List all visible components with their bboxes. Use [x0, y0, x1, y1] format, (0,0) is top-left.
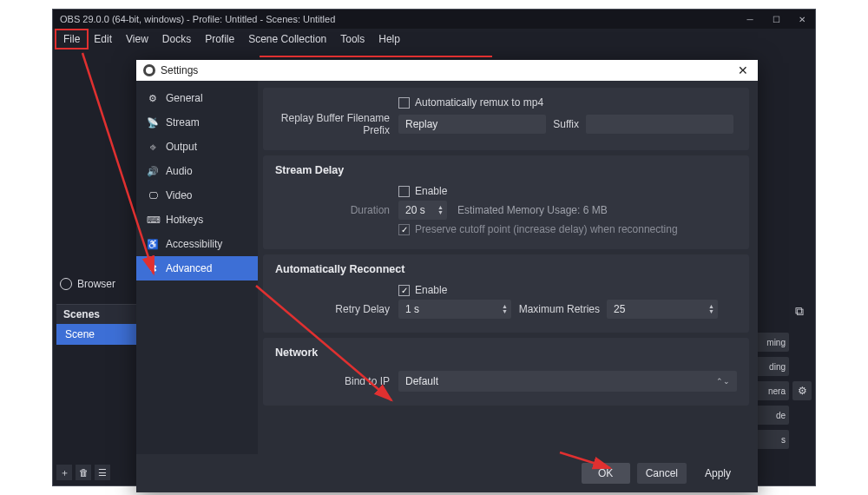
scenes-header: Scenes [56, 304, 136, 324]
antenna-icon: 📡 [147, 117, 159, 129]
start-streaming-button[interactable]: ming [756, 333, 789, 352]
replay-suffix-input[interactable] [586, 115, 733, 134]
dialog-titlebar: Settings ✕ [136, 60, 758, 81]
sidebar-item-label: Audio [166, 165, 193, 177]
replay-prefix-input[interactable] [398, 115, 546, 134]
dock-popout-icon[interactable]: ⧉ [791, 303, 808, 319]
settings-content: Automatically remux to mp4 Replay Buffer… [258, 81, 758, 454]
scene-toolbar: ＋ 🗑 ☰ [56, 465, 110, 480]
max-retries-label: Maximum Retries [511, 303, 607, 315]
sidebar-item-advanced[interactable]: ✖Advanced [136, 256, 258, 280]
menu-profile[interactable]: Profile [198, 30, 241, 48]
duration-value: 20 s [405, 204, 425, 216]
bind-to-ip-select[interactable]: Default ⌃⌄ [398, 371, 737, 392]
preserve-cutoff-label: Preserve cutoff point (increase delay) w… [415, 223, 678, 235]
window-title: OBS 29.0.0 (64-bit, windows) - Profile: … [60, 14, 335, 24]
close-button[interactable]: ✕ [789, 10, 815, 29]
menu-docks[interactable]: Docks [155, 30, 198, 48]
virtual-camera-button[interactable]: nera [756, 381, 789, 400]
auto-reconnect-enable-checkbox[interactable]: ✓ [398, 285, 410, 296]
section-title: Network [275, 346, 737, 359]
bind-to-ip-value: Default [405, 375, 438, 387]
accessibility-icon: ♿ [147, 239, 159, 250]
menu-view[interactable]: View [119, 30, 155, 48]
section-network: Network Bind to IP Default ⌃⌄ [263, 338, 749, 406]
preserve-cutoff-checkbox[interactable]: ✓ [398, 224, 410, 235]
bind-to-ip-label: Bind to IP [275, 375, 398, 387]
sidebar-item-video[interactable]: 🖵Video [136, 183, 258, 208]
obs-logo-icon [143, 64, 155, 76]
sidebar-item-label: Hotkeys [166, 214, 203, 226]
sidebar-item-general[interactable]: ⚙General [136, 86, 258, 110]
settings-button[interactable]: s [756, 430, 789, 449]
dialog-footer: OK Cancel Apply [136, 454, 758, 492]
duration-label: Duration [275, 204, 398, 216]
retry-delay-value: 1 s [405, 303, 419, 315]
stream-delay-enable-label: Enable [415, 185, 447, 197]
dock-browser-label: Browser [77, 278, 115, 290]
chevron-down-icon: ⌃⌄ [716, 377, 730, 386]
dialog-close-button[interactable]: ✕ [728, 60, 758, 81]
sidebar-item-label: Stream [166, 116, 200, 129]
max-retries-spinner[interactable]: 25 ▲▼ [607, 300, 718, 319]
settings-dialog: Settings ✕ ⚙General 📡Stream ⎆Output 🔊Aud… [136, 60, 758, 492]
section-title: Stream Delay [275, 164, 737, 176]
duration-spinner[interactable]: 20 s ▲▼ [398, 201, 447, 220]
max-retries-value: 25 [614, 303, 625, 315]
cancel-button[interactable]: Cancel [637, 463, 687, 484]
maximize-button[interactable]: ☐ [763, 10, 789, 29]
main-area: Browser Scenes Scene ＋ 🗑 ☰ ⧉ ming ding n… [53, 50, 815, 485]
obs-main-window: OBS 29.0.0 (64-bit, windows) - Profile: … [52, 9, 816, 486]
menu-scene-collection[interactable]: Scene Collection [241, 30, 333, 48]
menubar: File Edit View Docks Profile Scene Colle… [53, 29, 815, 50]
sidebar-item-label: Video [166, 189, 192, 201]
keyboard-icon: ⌨ [147, 214, 159, 226]
monitor-icon: 🖵 [147, 190, 159, 201]
sidebar-item-label: Output [166, 141, 197, 153]
titlebar: OBS 29.0.0 (64-bit, windows) - Profile: … [53, 10, 815, 29]
menu-edit[interactable]: Edit [87, 30, 119, 48]
virtual-camera-settings-button[interactable]: ⚙ [792, 381, 812, 400]
speaker-icon: 🔊 [147, 166, 159, 177]
studio-mode-button[interactable]: de [756, 406, 789, 425]
settings-sidebar: ⚙General 📡Stream ⎆Output 🔊Audio 🖵Video ⌨… [136, 81, 258, 454]
menu-tools[interactable]: Tools [333, 30, 372, 48]
sidebar-item-audio[interactable]: 🔊Audio [136, 159, 258, 183]
output-icon: ⎆ [147, 142, 159, 152]
auto-remux-checkbox[interactable] [398, 97, 410, 109]
apply-button[interactable]: Apply [694, 463, 742, 484]
memory-usage-text: Estimated Memory Usage: 6 MB [457, 204, 608, 216]
sidebar-item-label: Advanced [166, 262, 212, 274]
sidebar-item-output[interactable]: ⎆Output [136, 135, 258, 159]
retry-delay-spinner[interactable]: 1 s ▲▼ [398, 300, 511, 319]
start-recording-button[interactable]: ding [756, 357, 789, 376]
sidebar-item-stream[interactable]: 📡Stream [136, 110, 258, 135]
section-auto-reconnect: Automatically Reconnect ✓ Enable Retry D… [263, 254, 749, 333]
delete-scene-button[interactable]: 🗑 [76, 465, 91, 480]
sidebar-item-hotkeys[interactable]: ⌨Hotkeys [136, 208, 258, 232]
auto-reconnect-enable-label: Enable [415, 284, 447, 296]
menu-file[interactable]: File [56, 30, 87, 48]
scene-filter-button[interactable]: ☰ [95, 465, 110, 480]
replay-suffix-label: Suffix [546, 118, 586, 130]
sidebar-item-label: General [166, 92, 203, 104]
stream-delay-enable-checkbox[interactable] [398, 186, 410, 197]
section-title: Automatically Reconnect [275, 263, 737, 275]
minimize-button[interactable]: ─ [737, 10, 763, 29]
dialog-title: Settings [161, 64, 198, 76]
auto-remux-label: Automatically remux to mp4 [415, 96, 543, 109]
retry-delay-label: Retry Delay [275, 303, 398, 315]
tools-icon: ✖ [147, 263, 159, 274]
dock-browser[interactable]: Browser [60, 275, 134, 293]
replay-prefix-label: Replay Buffer Filename Prefix [275, 112, 398, 136]
section-stream-delay: Stream Delay Enable Duration 20 s ▲▼ [263, 155, 749, 249]
controls-dock: ming ding nera ⚙ de s [756, 333, 812, 449]
scenes-panel: Scenes Scene [56, 304, 136, 345]
ok-button[interactable]: OK [582, 463, 630, 484]
scene-item[interactable]: Scene [56, 324, 136, 345]
sidebar-item-accessibility[interactable]: ♿Accessibility [136, 232, 258, 256]
menu-help[interactable]: Help [372, 30, 407, 48]
gear-icon: ⚙ [147, 93, 159, 104]
add-scene-button[interactable]: ＋ [56, 465, 72, 480]
section-recording-partial: Automatically remux to mp4 Replay Buffer… [263, 88, 749, 150]
